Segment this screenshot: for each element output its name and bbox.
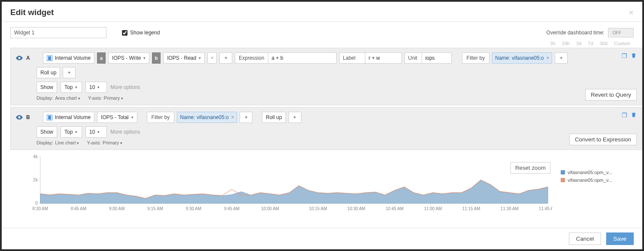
show-legend-input[interactable] — [122, 30, 128, 36]
legend-label-1: vifasnane05:opm_v... — [568, 178, 612, 183]
metric-a-select[interactable]: IOPS - Write▾ — [108, 52, 149, 64]
sub-b-badge: b — [152, 52, 161, 64]
rollup-b-button[interactable]: Roll up — [262, 112, 286, 123]
svg-text:9:30 AM: 9:30 AM — [186, 206, 201, 211]
time-24h[interactable]: 24h — [562, 41, 570, 46]
filter-by-label-a: Filter by — [462, 52, 490, 64]
add-filter-b-button[interactable]: + — [240, 112, 252, 123]
svg-text:10:15 AM: 10:15 AM — [309, 206, 327, 211]
override-time-toggle[interactable]: OFF — [608, 28, 634, 37]
top-a-select[interactable]: Top▾ — [61, 82, 82, 93]
legend-label-0: vifasnane05:opm_v... — [568, 170, 612, 175]
legend-item-1[interactable]: vifasnane05:opm_v... — [561, 178, 629, 183]
revert-to-query-button[interactable]: Revert to Query — [585, 89, 637, 101]
remove-metric-b-button[interactable]: × — [207, 52, 217, 64]
remove-filter-a-icon[interactable]: × — [546, 55, 549, 61]
metric-b-select[interactable]: IOPS - Read▾ — [163, 52, 205, 64]
svg-text:4k: 4k — [33, 154, 38, 159]
delete-query-b-icon[interactable] — [631, 112, 637, 119]
edit-widget-modal: Edit widget × Show legend Override dashb… — [2, 2, 642, 249]
svg-text:2k: 2k — [33, 178, 38, 182]
reset-zoom-button[interactable]: Reset zoom — [510, 162, 550, 174]
add-metric-button[interactable]: + — [219, 52, 232, 64]
display-label-b: Display: — [36, 140, 53, 145]
volume-icon-b — [47, 115, 52, 120]
eye-icon-b[interactable] — [16, 115, 23, 120]
close-icon[interactable]: × — [629, 8, 634, 17]
modal-header: Edit widget × — [2, 2, 642, 22]
filter-tag-a[interactable]: Name: vifasnane05:op× — [492, 52, 552, 64]
chart-svg: 02k4k8:30 AM8:45 AM9:00 AM9:15 AM9:30 AM… — [27, 154, 552, 214]
label-label: Label — [339, 52, 365, 64]
svg-text:10:45 AM: 10:45 AM — [386, 206, 404, 211]
unit-label: Unit — [404, 52, 422, 64]
chart-container: Reset zoom 02k4k8:30 AM8:45 AM9:00 AM9:1… — [10, 152, 642, 219]
duplicate-query-b-icon[interactable]: ❐ — [622, 112, 627, 119]
time-range-presets: 3h 24h 3d 7d 30d Custom — [2, 41, 642, 48]
more-options-b[interactable]: More options — [110, 129, 140, 135]
query-b-block: ❐ B Internal Volume IOPS - Total▾ Filter… — [10, 107, 642, 150]
expression-input[interactable]: a + b — [268, 52, 337, 64]
metric-b-select-main[interactable]: IOPS - Total▾ — [97, 112, 137, 123]
svg-text:9:45 AM: 9:45 AM — [224, 206, 240, 211]
yaxis-label-a: Y-axis: — [88, 95, 102, 101]
unit-input[interactable]: iops — [422, 52, 452, 64]
eye-icon[interactable] — [16, 55, 23, 61]
cancel-button[interactable]: Cancel — [569, 233, 601, 245]
legend-item-0[interactable]: vifasnane05:opm_v... — [561, 170, 629, 175]
svg-text:10:00 AM: 10:00 AM — [261, 206, 279, 211]
modal-footer: Cancel Save — [2, 228, 642, 249]
add-filter-a-button[interactable]: + — [555, 52, 568, 64]
svg-text:0: 0 — [35, 201, 38, 205]
time-3d[interactable]: 3d — [576, 41, 581, 46]
time-30d[interactable]: 30d — [600, 41, 608, 46]
legend-swatch-1 — [561, 178, 565, 182]
delete-query-a-icon[interactable] — [631, 52, 637, 59]
override-time-label: Override dashboard time: — [547, 30, 605, 36]
remove-filter-b-icon[interactable]: × — [231, 114, 234, 120]
more-options-a[interactable]: More options — [110, 84, 140, 90]
volume-icon — [47, 55, 52, 61]
query-scroll-area[interactable]: ❐ A Internal Volume a IOPS - Write▾ b IO… — [2, 48, 642, 228]
show-b-select[interactable]: Show — [36, 126, 57, 138]
display-label-a: Display: — [36, 95, 53, 101]
yaxis-select-b[interactable]: Primary▾ — [103, 140, 122, 145]
sub-a-badge: a — [97, 52, 106, 64]
time-7d[interactable]: 7d — [588, 41, 593, 46]
yaxis-label-b: Y-axis: — [87, 140, 101, 145]
top-bar: Show legend Override dashboard time: OFF — [2, 22, 642, 41]
topn-a-select[interactable]: 10▾ — [85, 82, 107, 93]
query-b-letter: B — [26, 114, 30, 120]
convert-to-expression-button[interactable]: Convert to Expression — [569, 134, 637, 145]
time-custom[interactable]: Custom — [614, 41, 630, 46]
top-b-select[interactable]: Top▾ — [61, 126, 82, 138]
display-select-b[interactable]: Line chart▾ — [55, 140, 79, 145]
widget-name-input[interactable] — [10, 27, 106, 38]
svg-text:10:30 AM: 10:30 AM — [347, 206, 365, 211]
add-rollup-a-button[interactable]: + — [63, 67, 76, 78]
time-3h[interactable]: 3h — [550, 41, 555, 46]
save-button[interactable]: Save — [606, 233, 634, 245]
topn-b-select[interactable]: 10▾ — [85, 126, 107, 138]
rollup-a-button[interactable]: Roll up — [36, 67, 60, 78]
filter-by-label-b: Filter by — [147, 112, 175, 123]
query-a-letter: A — [26, 55, 30, 61]
expression-label: Expression — [235, 52, 267, 64]
duplicate-query-a-icon[interactable]: ❐ — [622, 52, 627, 59]
display-select-a[interactable]: Area chart▾ — [55, 95, 80, 101]
add-rollup-b-button[interactable]: + — [289, 112, 301, 123]
show-a-select[interactable]: Show — [36, 82, 57, 93]
show-legend-checkbox[interactable]: Show legend — [122, 30, 160, 36]
svg-text:8:45 AM: 8:45 AM — [71, 206, 86, 211]
modal-title: Edit widget — [10, 8, 54, 17]
legend-swatch-0 — [561, 170, 565, 174]
svg-text:11:30 AM: 11:30 AM — [501, 206, 519, 211]
svg-text:11:15 AM: 11:15 AM — [462, 206, 480, 211]
label-input[interactable]: r + w — [365, 52, 402, 64]
svg-text:9:00 AM: 9:00 AM — [109, 206, 125, 211]
entity-select-a[interactable]: Internal Volume — [43, 52, 94, 64]
svg-text:8:30 AM: 8:30 AM — [33, 206, 48, 211]
yaxis-select-a[interactable]: Primary▾ — [103, 95, 123, 101]
entity-select-b[interactable]: Internal Volume — [43, 112, 94, 123]
filter-tag-b[interactable]: Name: vifasnane05:op× — [177, 112, 237, 123]
